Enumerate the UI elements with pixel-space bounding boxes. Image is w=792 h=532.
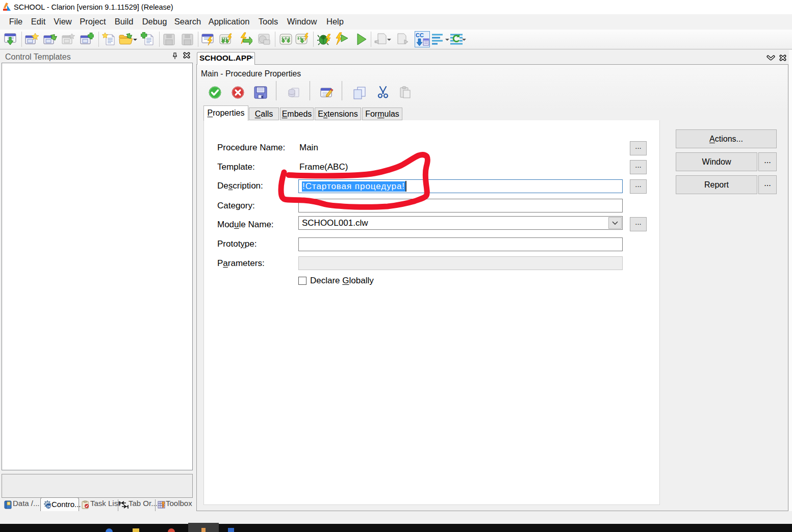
svg-text:CC: CC <box>416 32 424 38</box>
svg-text:OK: OK <box>47 505 51 508</box>
